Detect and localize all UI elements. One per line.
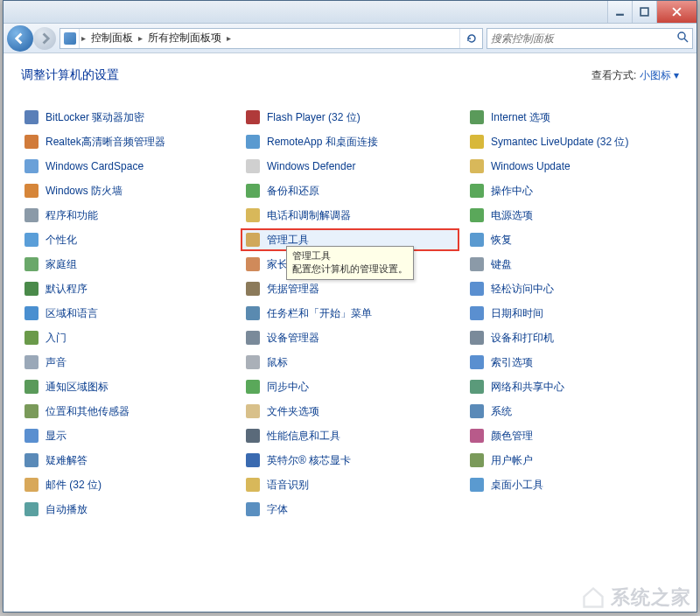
item-label: 恢复	[491, 233, 512, 248]
control-panel-item[interactable]: 默认程序	[21, 279, 234, 298]
item-label: Windows CardSpace	[46, 160, 144, 172]
control-panel-item[interactable]: BitLocker 驱动器加密	[21, 108, 234, 127]
items-grid: BitLocker 驱动器加密Flash Player (32 位)Intern…	[21, 108, 679, 519]
control-panel-item[interactable]: 通知区域图标	[21, 377, 234, 396]
control-panel-item[interactable]: 颜色管理	[466, 426, 679, 445]
item-icon	[245, 109, 261, 125]
control-panel-item[interactable]: 性能信息和工具	[242, 426, 458, 445]
control-panel-item[interactable]: 个性化	[21, 230, 234, 249]
svg-rect-1	[640, 8, 648, 16]
refresh-button[interactable]	[459, 29, 482, 48]
control-panel-item[interactable]: 用户帐户	[466, 451, 679, 470]
control-panel-item[interactable]: 英特尔® 核芯显卡	[242, 451, 458, 470]
control-panel-window: ▸ 控制面板 ▸ 所有控制面板项 ▸ 调整计算机的设置 查看方式: 小图标 ▾ …	[3, 0, 697, 612]
control-panel-item[interactable]: 鼠标	[242, 353, 458, 372]
search-input[interactable]	[491, 32, 676, 45]
close-button[interactable]	[656, 1, 696, 23]
breadcrumb-root[interactable]: 控制面板	[88, 29, 136, 48]
control-panel-item[interactable]: Symantec LiveUpdate (32 位)	[466, 132, 679, 151]
item-label: BitLocker 驱动器加密	[46, 110, 144, 125]
chevron-right-icon: ▸	[80, 33, 88, 43]
view-by-value[interactable]: 小图标 ▾	[640, 69, 679, 81]
item-icon	[24, 477, 39, 493]
item-icon	[245, 379, 261, 395]
item-label: 家庭组	[46, 257, 77, 272]
item-label: Windows 防火墙	[46, 184, 122, 199]
control-panel-item[interactable]: 入门	[21, 328, 234, 347]
control-panel-item[interactable]: 邮件 (32 位)	[21, 475, 234, 494]
item-icon	[469, 207, 485, 223]
control-panel-item[interactable]: 自动播放	[21, 500, 234, 519]
item-icon	[24, 501, 39, 517]
item-label: 入门	[46, 331, 66, 346]
control-panel-item[interactable]: Windows Update	[466, 157, 679, 176]
control-panel-item[interactable]: 索引选项	[466, 353, 679, 372]
breadcrumb-current[interactable]: 所有控制面板项	[144, 29, 225, 48]
item-label: 程序和功能	[46, 208, 98, 223]
control-panel-icon	[60, 29, 80, 48]
control-panel-item[interactable]: 管理工具管理工具配置您计算机的管理设置。	[242, 230, 458, 249]
nav-forward-button[interactable]	[33, 27, 56, 50]
control-panel-item[interactable]: 桌面小工具	[466, 475, 679, 494]
control-panel-item[interactable]: 任务栏和「开始」菜单	[242, 304, 458, 323]
chevron-right-icon: ▸	[225, 33, 233, 43]
search-box[interactable]	[486, 28, 693, 49]
item-label: 索引选项	[491, 355, 533, 370]
item-label: Flash Player (32 位)	[267, 110, 360, 125]
control-panel-item[interactable]: 同步中心	[242, 377, 458, 396]
control-panel-item[interactable]: RemoteApp 和桌面连接	[242, 132, 458, 151]
control-panel-item[interactable]: Windows CardSpace	[21, 157, 234, 176]
item-icon	[245, 207, 261, 223]
control-panel-item[interactable]: 程序和功能	[21, 206, 234, 225]
minimize-button[interactable]	[607, 1, 632, 23]
address-bar[interactable]: ▸ 控制面板 ▸ 所有控制面板项 ▸	[60, 28, 483, 49]
item-label: 位置和其他传感器	[46, 404, 130, 419]
item-label: 同步中心	[267, 380, 309, 395]
page-title: 调整计算机的设置	[21, 67, 119, 83]
control-panel-item[interactable]: 网络和共享中心	[466, 377, 679, 396]
item-icon	[245, 305, 261, 321]
item-label: 文件夹选项	[267, 404, 319, 419]
control-panel-item[interactable]: 文件夹选项	[242, 402, 458, 421]
control-panel-item[interactable]: 声音	[21, 353, 234, 372]
maximize-button[interactable]	[632, 1, 656, 23]
control-panel-item[interactable]: 设备管理器	[242, 328, 458, 347]
search-icon[interactable]	[676, 31, 689, 46]
control-panel-item[interactable]: 位置和其他传感器	[21, 402, 234, 421]
control-panel-item[interactable]: Internet 选项	[466, 108, 679, 127]
item-label: Windows Defender	[267, 160, 355, 172]
control-panel-item[interactable]: 设备和打印机	[466, 328, 679, 347]
titlebar	[4, 1, 696, 24]
control-panel-item[interactable]: 凭据管理器	[242, 279, 458, 298]
control-panel-item[interactable]: 字体	[242, 500, 458, 519]
item-label: 电话和调制解调器	[267, 208, 351, 223]
control-panel-item[interactable]: 系统	[466, 402, 679, 421]
item-icon	[469, 158, 485, 174]
control-panel-item[interactable]: 日期和时间	[466, 304, 679, 323]
control-panel-item[interactable]: 显示	[21, 426, 234, 445]
item-icon	[245, 330, 261, 346]
control-panel-item[interactable]: Windows 防火墙	[21, 181, 234, 200]
item-icon	[469, 281, 485, 297]
item-icon	[24, 207, 39, 223]
control-panel-item[interactable]: 恢复	[466, 230, 679, 249]
control-panel-item[interactable]: 电源选项	[466, 206, 679, 225]
control-panel-item[interactable]: Flash Player (32 位)	[242, 108, 458, 127]
control-panel-item[interactable]: Windows Defender	[242, 157, 458, 176]
item-icon	[469, 183, 485, 199]
control-panel-item[interactable]: 操作中心	[466, 181, 679, 200]
control-panel-item[interactable]: 电话和调制解调器	[242, 206, 458, 225]
nav-back-button[interactable]	[7, 25, 33, 52]
control-panel-item[interactable]: 语音识别	[242, 475, 458, 494]
item-label: 鼠标	[267, 355, 288, 370]
item-icon	[469, 330, 485, 346]
item-label: 桌面小工具	[491, 478, 543, 493]
control-panel-item[interactable]: 区域和语言	[21, 304, 234, 323]
control-panel-item[interactable]: 家庭组	[21, 255, 234, 274]
control-panel-item[interactable]: 疑难解答	[21, 451, 234, 470]
control-panel-item[interactable]: 备份和还原	[242, 181, 458, 200]
item-label: 颜色管理	[491, 429, 533, 444]
control-panel-item[interactable]: 轻松访问中心	[466, 279, 679, 298]
control-panel-item[interactable]: Realtek高清晰音频管理器	[21, 132, 234, 151]
control-panel-item[interactable]: 键盘	[466, 255, 679, 274]
